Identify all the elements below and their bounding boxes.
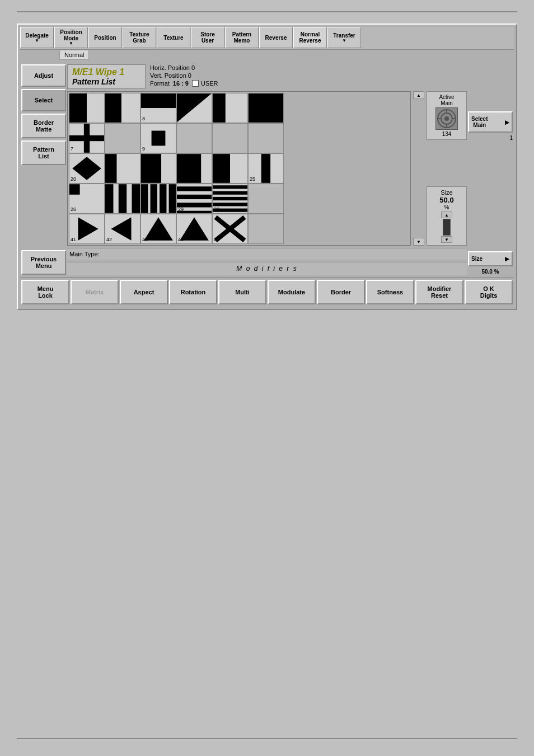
nav-btn-store-user[interactable]: StoreUser: [191, 27, 224, 48]
main-type-row: Main Type:: [67, 248, 467, 260]
pattern-cell-2[interactable]: 2: [105, 93, 140, 123]
active-display: ActiveMain: [427, 91, 467, 140]
pattern-row-5: 41 42: [69, 214, 409, 244]
pattern-grid-container: 1 2 3 4: [67, 91, 467, 246]
pattern-cell-26[interactable]: 26: [69, 184, 105, 214]
normal-label: Normal: [59, 50, 89, 60]
sidebar-btn-select[interactable]: Select: [21, 89, 66, 111]
svg-rect-39: [169, 184, 176, 213]
nav-btn-position[interactable]: Position: [88, 27, 122, 48]
btn-border[interactable]: Border: [317, 280, 365, 304]
btn-rotation[interactable]: Rotation: [169, 280, 217, 304]
nav-btn-position-mode[interactable]: PositionMode ▼: [54, 27, 88, 48]
format-row: Format 16 : 9 USER: [150, 80, 218, 87]
pattern-cell-6[interactable]: 6: [248, 93, 284, 123]
size-down-btn[interactable]: ▼: [441, 236, 452, 243]
btn-modifier-reset[interactable]: ModifierReset: [415, 280, 463, 304]
select-main-number: 1: [468, 135, 513, 141]
sidebar-btn-pattern-list[interactable]: PatternList: [21, 140, 66, 165]
pattern-cell-21[interactable]: 21: [105, 153, 140, 184]
pattern-cell-3[interactable]: 3: [140, 93, 176, 123]
svg-rect-46: [213, 185, 247, 189]
nav-btn-pattern-memo[interactable]: PatternMemo: [225, 27, 259, 48]
select-main-btn[interactable]: SelectMain ▶: [468, 111, 513, 133]
btn-ok-digits[interactable]: O KDigits: [465, 280, 513, 304]
pattern-cell-empty2: [176, 123, 212, 153]
content-area: Adjust Select BorderMatte PatternList Pr…: [20, 62, 514, 277]
pattern-cell-29[interactable]: 29: [176, 184, 212, 214]
left-sidebar: Adjust Select BorderMatte PatternList Pr…: [21, 64, 66, 275]
pattern-cell-1[interactable]: 1: [69, 93, 105, 123]
info-section: M/E1 Wipe 1 Pattern List Horiz. Position…: [67, 64, 467, 89]
size-right-btn[interactable]: Size ▶: [468, 251, 513, 266]
svg-rect-23: [201, 154, 212, 183]
pattern-cell-4[interactable]: 4: [176, 93, 212, 123]
svg-rect-41: [177, 186, 212, 191]
modifiers-section: M o d i f i e r s: [67, 262, 467, 275]
pattern-cell-23[interactable]: 23: [176, 153, 212, 184]
pattern-cell-25[interactable]: 25: [248, 153, 284, 184]
btn-softness[interactable]: Softness: [366, 280, 414, 304]
pattern-cell-5[interactable]: 5: [212, 93, 248, 123]
pattern-cell-45[interactable]: 45: [140, 214, 176, 244]
size-value: 50.0: [429, 196, 464, 204]
svg-rect-49: [213, 203, 247, 206]
size-stepper: ▲ ▼: [429, 212, 464, 243]
center-area: M/E1 Wipe 1 Pattern List Horiz. Position…: [67, 64, 467, 275]
size-up-btn[interactable]: ▲: [441, 212, 452, 218]
pattern-cell-42[interactable]: 42: [105, 214, 140, 244]
svg-rect-42: [177, 195, 212, 199]
horiz-position: Horiz. Position 0: [150, 64, 218, 71]
btn-multi[interactable]: Multi: [218, 280, 266, 304]
pattern-cell-empty: [105, 123, 140, 153]
svg-rect-15: [152, 131, 166, 146]
btn-modulate[interactable]: Modulate: [268, 280, 316, 304]
format-label: Format: [150, 80, 170, 87]
pattern-cell-46[interactable]: 46: [176, 214, 212, 244]
scroll-controls: ▲ ▼: [413, 91, 424, 246]
nav-btn-delegate[interactable]: Delegate ▼: [20, 27, 54, 48]
main-panel: Delegate ▼ PositionMode ▼ Position Textu…: [17, 24, 517, 310]
nav-btn-texture[interactable]: Texture: [157, 27, 190, 48]
top-divider: [17, 11, 517, 12]
nav-btn-texture-grab[interactable]: TextureGrab: [123, 27, 156, 48]
svg-rect-47: [213, 191, 247, 195]
sidebar-btn-previous-menu[interactable]: PreviousMenu: [21, 250, 66, 275]
size-right-value: 50.0 %: [468, 269, 513, 275]
nav-btn-transfer[interactable]: Transfer ▼: [327, 27, 361, 48]
nav-btn-reverse[interactable]: Reverse: [259, 27, 293, 48]
pattern-cell-41[interactable]: 41: [69, 214, 105, 244]
scroll-down-btn[interactable]: ▼: [413, 238, 424, 246]
nav-btn-normal-reverse[interactable]: NormalReverse: [293, 27, 327, 48]
svg-point-64: [444, 116, 449, 121]
pattern-cell-9[interactable]: 9: [140, 123, 176, 153]
pattern-cell-27[interactable]: 27: [105, 184, 140, 214]
pattern-cell-28[interactable]: 28: [140, 184, 176, 214]
svg-rect-38: [160, 184, 166, 213]
btn-matrix[interactable]: Matrix: [71, 280, 119, 304]
normal-label-row: Normal: [20, 50, 514, 62]
select-main-arrow-icon: ▶: [505, 119, 509, 125]
pattern-cell-7[interactable]: 7: [69, 123, 105, 153]
svg-rect-48: [213, 197, 247, 200]
pattern-cell-24[interactable]: 24: [212, 153, 248, 184]
sidebar-btn-border-matte[interactable]: BorderMatte: [21, 114, 66, 138]
user-checkbox[interactable]: USER: [192, 80, 218, 87]
user-check-box[interactable]: [192, 80, 199, 87]
pattern-row-4: 26 27: [69, 184, 409, 214]
svg-rect-37: [151, 184, 157, 213]
svg-rect-34: [132, 184, 140, 213]
btn-menu-lock[interactable]: MenuLock: [21, 280, 69, 304]
btn-aspect[interactable]: Aspect: [120, 280, 168, 304]
sidebar-btn-adjust[interactable]: Adjust: [21, 64, 66, 87]
position-mode-arrow-icon: ▼: [69, 41, 73, 46]
active-icon: [435, 107, 458, 130]
pattern-cell-20[interactable]: 20: [69, 153, 105, 184]
pattern-cell-22[interactable]: 22: [140, 153, 176, 184]
pattern-cell-30[interactable]: 30: [212, 184, 248, 214]
bottom-divider: [17, 738, 517, 739]
scroll-up-btn[interactable]: ▲: [413, 91, 424, 99]
active-label: ActiveMain: [429, 94, 464, 106]
pattern-cell-empty6: [248, 214, 284, 244]
pattern-cell-47[interactable]: 47: [212, 214, 248, 244]
